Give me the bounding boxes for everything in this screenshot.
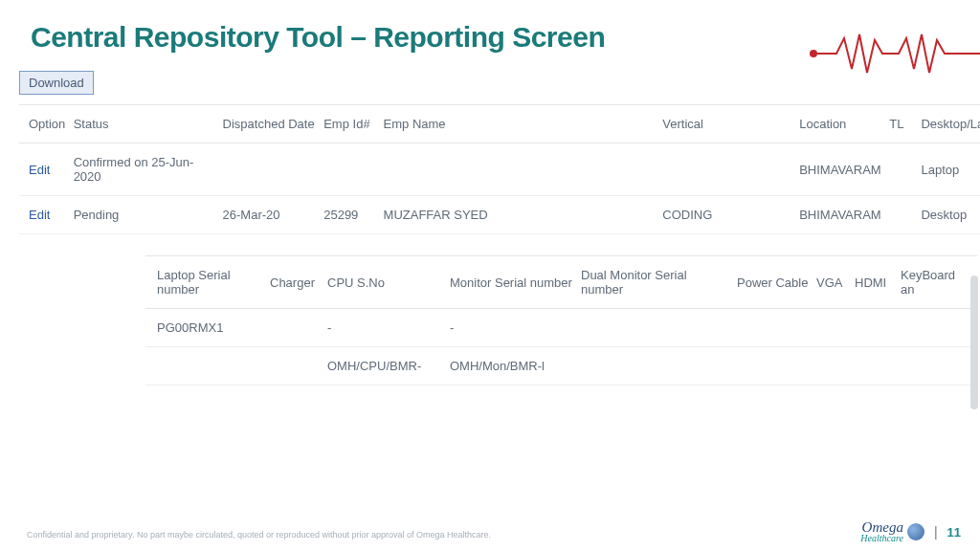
col-dispatched: Dispatched Date — [223, 105, 324, 143]
cell-monitor: - — [450, 309, 581, 347]
col-device: Desktop/Lap — [921, 105, 980, 143]
cell-charger — [270, 347, 327, 386]
logo-sub: Healthcare — [860, 534, 903, 543]
cell-hdmi — [855, 347, 901, 386]
col-charger: Charger — [270, 256, 327, 309]
col-status: Status — [74, 105, 223, 143]
cell-dual — [581, 347, 737, 386]
svg-point-0 — [810, 50, 817, 57]
cell-location: BHIMAVARAM — [799, 143, 889, 196]
heartbeat-icon — [808, 27, 980, 80]
col-location: Location — [799, 105, 889, 143]
col-empid: Emp Id# — [323, 105, 383, 143]
cell-status: Confirmed on 25-Jun-2020 — [74, 143, 223, 196]
cell-tl — [889, 196, 921, 234]
report-table-primary: Option Status Dispatched Date Emp Id# Em… — [19, 104, 980, 234]
col-vga: VGA — [816, 256, 855, 309]
cell-status: Pending — [74, 196, 223, 234]
cell-laptop — [145, 347, 270, 386]
cell-cpu: OMH/CPU/BMR- — [327, 347, 450, 386]
cell-vertical — [662, 143, 799, 196]
cell-charger — [270, 309, 327, 347]
cell-device: Desktop — [921, 196, 980, 234]
col-empname: Emp Name — [384, 105, 663, 143]
col-hdmi: HDMI — [855, 256, 901, 309]
edit-link[interactable]: Edit — [29, 163, 50, 177]
cell-cpu: - — [327, 309, 450, 347]
cell-location: BHIMAVARAM — [799, 196, 889, 234]
cell-device: Laptop — [921, 143, 980, 196]
col-monitor-serial: Monitor Serial number — [450, 256, 581, 309]
cell-empid: 25299 — [323, 196, 383, 234]
col-laptop-serial: Laptop Serial number — [145, 256, 270, 309]
cell-laptop: PG00RMX1 — [145, 309, 270, 347]
col-tl: TL — [889, 105, 921, 143]
cell-keyboard — [901, 309, 977, 347]
table-row: Edit Pending 26-Mar-20 25299 MUZAFFAR SY… — [19, 196, 980, 234]
table-row: OMH/CPU/BMR- OMH/Mon/BMR-l — [145, 347, 977, 386]
cell-vga — [816, 309, 855, 347]
edit-link[interactable]: Edit — [29, 208, 50, 222]
scrollbar[interactable] — [970, 276, 978, 409]
cell-empid — [323, 143, 383, 196]
cell-dual — [581, 309, 737, 347]
col-dual-monitor: Dual Monitor Serial number — [581, 256, 737, 309]
col-keyboard: KeyBoard an — [901, 256, 977, 309]
cell-empname — [384, 143, 663, 196]
logo: Omega Healthcare — [860, 520, 903, 543]
col-power-cable: Power Cable — [737, 256, 816, 309]
page-number: 11 — [947, 525, 961, 540]
globe-icon — [907, 523, 924, 540]
cell-vertical: CODING — [662, 196, 799, 234]
download-button[interactable]: Download — [19, 71, 94, 95]
footer-right: Omega Healthcare | 11 — [860, 520, 961, 543]
col-vertical: Vertical — [662, 105, 799, 143]
cell-tl — [889, 143, 921, 196]
table-row: PG00RMX1 - - — [145, 309, 977, 347]
report-table-secondary: Laptop Serial number Charger CPU S.No Mo… — [145, 255, 977, 386]
cell-vga — [816, 347, 855, 386]
cell-dispatched: 26-Mar-20 — [223, 196, 324, 234]
page-separator: | — [934, 524, 938, 540]
cell-empname: MUZAFFAR SYED — [384, 196, 663, 234]
cell-monitor: OMH/Mon/BMR-l — [450, 347, 581, 386]
table-row: Edit Confirmed on 25-Jun-2020 BHIMAVARAM… — [19, 143, 980, 196]
col-cpu-sno: CPU S.No — [327, 256, 450, 309]
cell-hdmi — [855, 309, 901, 347]
cell-dispatched — [223, 143, 324, 196]
cell-power — [737, 347, 816, 386]
cell-keyboard — [901, 347, 977, 386]
footer-confidential: Confidential and proprietary. No part ma… — [27, 530, 491, 540]
col-option: Option — [19, 105, 74, 143]
cell-power — [737, 309, 816, 347]
